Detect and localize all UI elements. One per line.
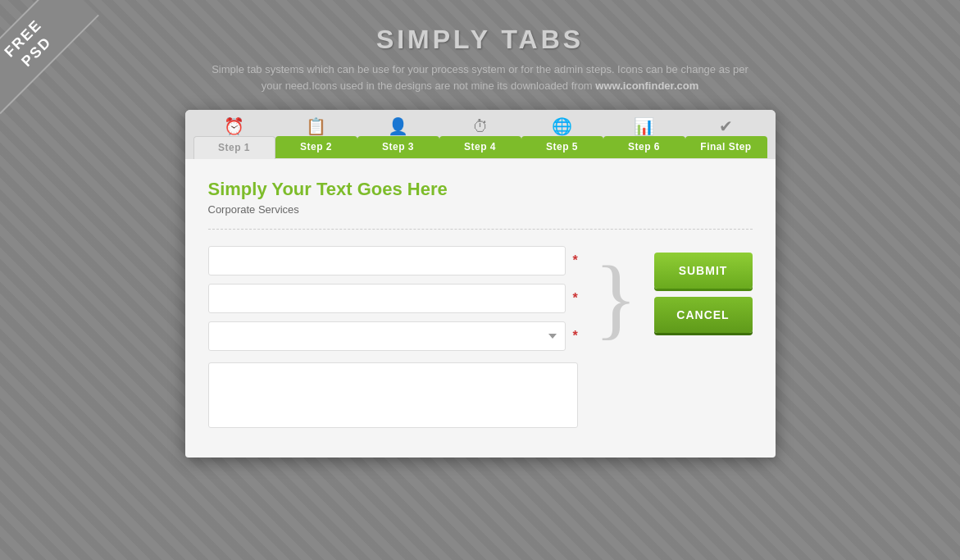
iconfinder-link[interactable]: www.iconfinder.com: [595, 80, 698, 92]
field3-select-wrapper: Option 1 Option 2: [208, 321, 566, 351]
submit-button[interactable]: SUBMIT: [654, 253, 753, 289]
tab-icon-row: ⏰ Step 1 📋 Step 2 👤 Step 3 ⏱ Step 4 🌐 St…: [193, 118, 767, 159]
tab-step5[interactable]: 🌐 Step 5: [521, 118, 603, 159]
tab-step3[interactable]: 👤 Step 3: [357, 118, 439, 159]
field1-input[interactable]: [208, 246, 566, 275]
tab-step6-label: Step 6: [603, 136, 685, 158]
tab-step2-label: Step 2: [275, 136, 357, 158]
form-subtitle: Corporate Services: [208, 203, 753, 216]
main-card: ⏰ Step 1 📋 Step 2 👤 Step 3 ⏱ Step 4 🌐 St…: [185, 110, 776, 458]
tab-step3-label: Step 3: [357, 136, 439, 158]
tab-step4[interactable]: ⏱ Step 4: [439, 118, 521, 159]
textarea-row: [208, 362, 578, 431]
field2-row: *: [208, 284, 578, 313]
page-subtitle: Simple tab systems which can be use for …: [210, 61, 751, 93]
field2-input[interactable]: [208, 284, 566, 313]
page-header: SIMPLY TABS Simple tab systems which can…: [210, 25, 751, 93]
field1-required: *: [572, 253, 577, 268]
tab-step1-label: Step 1: [193, 136, 275, 159]
tab-step6[interactable]: 📊 Step 6: [603, 118, 685, 159]
tab-step5-icon: 🌐: [552, 118, 572, 134]
tab-step2[interactable]: 📋 Step 2: [275, 118, 357, 159]
field3-row: Option 1 Option 2 *: [208, 321, 578, 351]
tab-step3-icon: 👤: [388, 118, 408, 134]
tab-step1-icon: ⏰: [224, 118, 244, 134]
page-title: SIMPLY TABS: [210, 25, 751, 55]
form-fields: * * Option 1 Option 2 *: [208, 246, 578, 431]
tab-bar: ⏰ Step 1 📋 Step 2 👤 Step 3 ⏱ Step 4 🌐 St…: [185, 110, 776, 159]
action-buttons: SUBMIT CANCEL: [654, 246, 753, 431]
field2-required: *: [572, 291, 577, 306]
ribbon-text: FREEPSD: [0, 0, 99, 114]
free-psd-ribbon: FREEPSD: [0, 0, 123, 123]
form-layout: * * Option 1 Option 2 *: [208, 246, 753, 431]
tab-step6-icon: 📊: [634, 118, 654, 134]
field3-required: *: [572, 329, 577, 344]
tab-step5-label: Step 5: [521, 136, 603, 158]
field1-row: *: [208, 246, 578, 275]
tab-finalstep-label: Final Step: [685, 136, 767, 158]
textarea-input[interactable]: [208, 362, 578, 428]
form-title: Simply Your Text Goes Here: [208, 179, 753, 200]
form-divider: [208, 229, 753, 230]
tab-step4-label: Step 4: [439, 136, 521, 158]
form-content: Simply Your Text Goes Here Corporate Ser…: [185, 159, 776, 458]
tab-finalstep-icon: ✔: [719, 118, 733, 134]
brace-decoration: }: [594, 253, 638, 343]
field3-select[interactable]: Option 1 Option 2: [208, 321, 566, 351]
cancel-button[interactable]: CANCEL: [654, 297, 753, 333]
tab-step1[interactable]: ⏰ Step 1: [193, 118, 275, 159]
tab-step4-icon: ⏱: [472, 118, 489, 134]
tab-finalstep[interactable]: ✔ Final Step: [685, 118, 767, 159]
tab-step2-icon: 📋: [306, 118, 326, 134]
